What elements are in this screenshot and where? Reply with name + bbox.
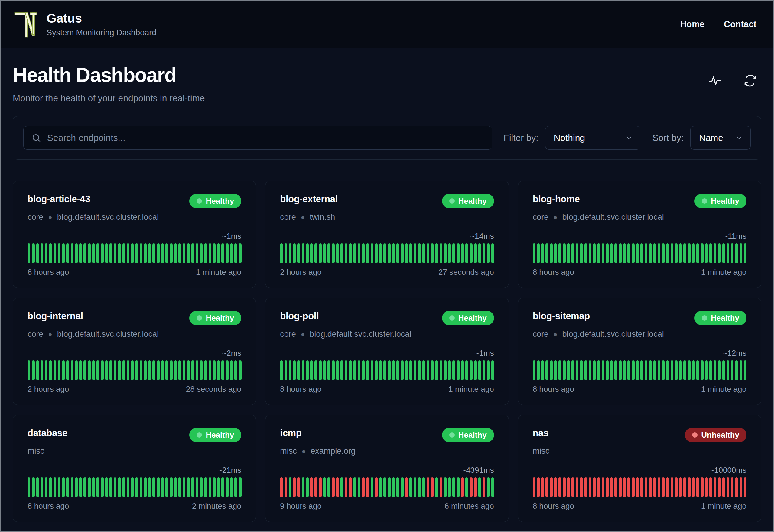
- status-bar[interactable]: [383, 243, 386, 263]
- status-bar[interactable]: [589, 243, 591, 263]
- status-bar[interactable]: [230, 243, 233, 263]
- status-bar[interactable]: [714, 360, 716, 380]
- status-bar[interactable]: [558, 360, 561, 380]
- status-bar[interactable]: [614, 360, 617, 380]
- status-bar[interactable]: [418, 360, 421, 380]
- status-bar[interactable]: [396, 243, 399, 263]
- status-bar[interactable]: [62, 243, 65, 263]
- status-bar[interactable]: [165, 243, 168, 263]
- status-bar[interactable]: [688, 360, 691, 380]
- status-bar[interactable]: [285, 243, 287, 263]
- nav-link-contact[interactable]: Contact: [724, 19, 756, 29]
- status-bar[interactable]: [191, 243, 194, 263]
- status-bar[interactable]: [280, 477, 283, 497]
- status-bar[interactable]: [36, 360, 39, 380]
- status-bar[interactable]: [623, 243, 626, 263]
- status-bar[interactable]: [345, 243, 347, 263]
- status-bar[interactable]: [422, 360, 425, 380]
- status-bar[interactable]: [165, 360, 168, 380]
- status-bar[interactable]: [366, 360, 369, 380]
- status-bar[interactable]: [470, 360, 472, 380]
- status-bar[interactable]: [187, 477, 190, 497]
- status-bar[interactable]: [375, 360, 378, 380]
- status-bar[interactable]: [705, 243, 708, 263]
- status-bar[interactable]: [174, 360, 177, 380]
- status-bar[interactable]: [632, 360, 634, 380]
- status-bar[interactable]: [358, 360, 360, 380]
- status-bar[interactable]: [666, 360, 669, 380]
- status-bar[interactable]: [487, 477, 489, 497]
- status-bar[interactable]: [584, 360, 587, 380]
- status-bar[interactable]: [427, 477, 429, 497]
- status-bar[interactable]: [431, 243, 434, 263]
- status-bar[interactable]: [358, 477, 360, 497]
- status-bar[interactable]: [349, 360, 352, 380]
- status-bar[interactable]: [696, 360, 699, 380]
- status-bar[interactable]: [435, 477, 438, 497]
- status-bar[interactable]: [457, 477, 460, 497]
- status-bar[interactable]: [409, 243, 412, 263]
- status-bar[interactable]: [332, 477, 334, 497]
- status-bar[interactable]: [414, 243, 416, 263]
- status-bar[interactable]: [478, 243, 481, 263]
- status-bar[interactable]: [196, 360, 198, 380]
- status-bar[interactable]: [422, 477, 425, 497]
- status-bar[interactable]: [83, 360, 86, 380]
- status-bar[interactable]: [692, 243, 695, 263]
- status-bar[interactable]: [735, 360, 738, 380]
- status-bar[interactable]: [452, 360, 455, 380]
- status-bar[interactable]: [28, 477, 30, 497]
- status-bar[interactable]: [662, 243, 665, 263]
- status-bar[interactable]: [178, 243, 181, 263]
- status-bar[interactable]: [122, 477, 125, 497]
- status-bar[interactable]: [444, 243, 447, 263]
- sort-select[interactable]: Name: [690, 126, 751, 150]
- status-bar[interactable]: [627, 360, 630, 380]
- status-bar[interactable]: [709, 477, 712, 497]
- status-bar[interactable]: [366, 477, 369, 497]
- status-bar[interactable]: [474, 477, 477, 497]
- status-bar[interactable]: [465, 477, 468, 497]
- status-bar[interactable]: [353, 477, 356, 497]
- status-bar[interactable]: [392, 477, 395, 497]
- status-bar[interactable]: [593, 477, 596, 497]
- status-bar[interactable]: [75, 477, 78, 497]
- status-bar[interactable]: [234, 360, 237, 380]
- status-bar[interactable]: [375, 243, 378, 263]
- endpoint-card[interactable]: blog-sitemap Healthy core ● blog.default…: [518, 298, 761, 405]
- status-bar[interactable]: [152, 477, 155, 497]
- endpoint-card[interactable]: blog-external Healthy core ● twin.sh ~14…: [265, 181, 509, 288]
- status-bar[interactable]: [105, 477, 108, 497]
- status-bar[interactable]: [483, 360, 485, 380]
- status-bar[interactable]: [550, 360, 553, 380]
- status-bar[interactable]: [135, 477, 138, 497]
- status-bar[interactable]: [92, 360, 95, 380]
- status-bar[interactable]: [396, 360, 399, 380]
- status-bar[interactable]: [226, 360, 229, 380]
- status-bar[interactable]: [234, 243, 237, 263]
- status-bar[interactable]: [593, 243, 596, 263]
- status-bar[interactable]: [679, 243, 682, 263]
- status-bar[interactable]: [550, 243, 553, 263]
- status-bar[interactable]: [226, 477, 229, 497]
- nav-link-home[interactable]: Home: [680, 19, 704, 29]
- status-bar[interactable]: [606, 477, 609, 497]
- status-bar[interactable]: [79, 243, 82, 263]
- status-bar[interactable]: [105, 243, 108, 263]
- status-bar[interactable]: [580, 243, 583, 263]
- status-bar[interactable]: [558, 243, 561, 263]
- status-bar[interactable]: [200, 243, 203, 263]
- status-bar[interactable]: [533, 360, 535, 380]
- status-bar[interactable]: [688, 477, 691, 497]
- status-bar[interactable]: [533, 477, 535, 497]
- status-bar[interactable]: [653, 243, 656, 263]
- status-bar[interactable]: [174, 243, 177, 263]
- status-bar[interactable]: [550, 477, 553, 497]
- status-bar[interactable]: [701, 477, 703, 497]
- status-bar[interactable]: [683, 477, 686, 497]
- status-bar[interactable]: [487, 243, 489, 263]
- status-bar[interactable]: [297, 477, 300, 497]
- status-bar[interactable]: [306, 243, 309, 263]
- status-bar[interactable]: [230, 477, 233, 497]
- status-bar[interactable]: [537, 477, 540, 497]
